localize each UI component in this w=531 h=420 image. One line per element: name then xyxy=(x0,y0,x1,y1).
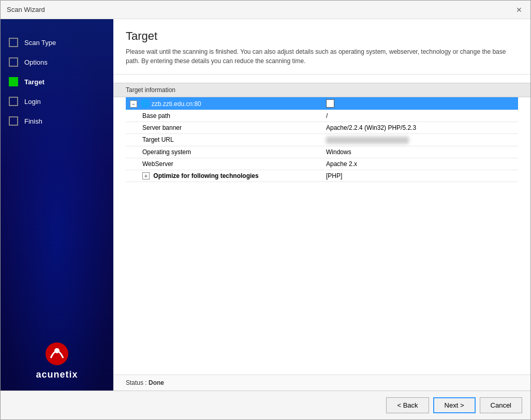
content-header: Target Please wait until the scanning is… xyxy=(113,19,530,74)
table-row-optimize[interactable]: + Optimize for following technologies [P… xyxy=(126,170,518,182)
sidebar-item-target[interactable]: Target xyxy=(1,72,113,92)
base-path-value: / xyxy=(322,110,518,122)
cancel-button[interactable]: Cancel xyxy=(480,397,522,413)
svg-point-1 xyxy=(54,348,60,353)
status-prefix: Status : xyxy=(126,379,149,386)
sidebar-step-label-options: Options xyxy=(24,58,48,66)
expand-button[interactable]: + xyxy=(142,172,150,179)
section-header: Target information xyxy=(113,83,530,97)
sidebar: Scan Type Options Target Login xyxy=(1,19,113,391)
target-info-table: − 🌐 zzb.zzti.edu.cn:80 ✔ Base path xyxy=(126,97,518,182)
table-row-target-url[interactable]: Target URL xyxy=(126,134,518,146)
next-button[interactable]: Next > xyxy=(433,397,476,413)
page-title: Target xyxy=(126,29,518,43)
main-content: Scan Type Options Target Login xyxy=(1,19,530,391)
scan-wizard-dialog: Scan Wizard ✕ Scan Type Options Ta xyxy=(0,0,531,420)
table-row-webserver[interactable]: WebServer Apache 2.x xyxy=(126,158,518,170)
sidebar-step-label-scan-type: Scan Type xyxy=(24,39,56,47)
sidebar-step-label-target: Target xyxy=(24,78,45,86)
host-cell: − 🌐 zzb.zzti.edu.cn:80 xyxy=(126,97,322,110)
target-url-value xyxy=(322,134,518,146)
sidebar-item-finish[interactable]: Finish xyxy=(1,111,113,131)
target-url-label: Target URL xyxy=(126,134,322,146)
step-checkbox-login xyxy=(9,97,18,106)
page-description: Please wait until the scanning is finish… xyxy=(126,47,518,66)
table-row-server-banner[interactable]: Server banner Apache/2.2.4 (Win32) PHP/5… xyxy=(126,122,518,134)
step-checkbox-finish xyxy=(9,116,18,126)
content-body: Target information − 🌐 zzb.zzti.edu.cn:8… xyxy=(113,74,530,374)
table-row-host[interactable]: − 🌐 zzb.zzti.edu.cn:80 ✔ xyxy=(126,97,518,110)
step-checkbox-scan-type xyxy=(9,38,18,47)
optimize-value: [PHP] xyxy=(322,170,518,182)
step-checkbox-target xyxy=(9,77,18,86)
sidebar-step-label-login: Login xyxy=(24,98,41,106)
host-value: zzb.zzti.edu.cn:80 xyxy=(152,100,201,108)
back-button[interactable]: < Back xyxy=(386,397,429,413)
content-panel: Target Please wait until the scanning is… xyxy=(113,19,530,391)
webserver-value: Apache 2.x xyxy=(322,158,518,170)
sidebar-step-label-finish: Finish xyxy=(24,117,42,125)
server-banner-label: Server banner xyxy=(126,122,322,134)
step-checkbox-options xyxy=(9,57,18,67)
status-value: Done xyxy=(149,379,164,386)
collapse-button[interactable]: − xyxy=(130,100,137,108)
sidebar-steps: Scan Type Options Target Login xyxy=(1,19,113,329)
os-value: Windows xyxy=(322,146,518,158)
blurred-url xyxy=(326,137,409,144)
os-label: Operating system xyxy=(126,146,322,158)
logo-text: acunetix xyxy=(36,369,78,380)
optimize-label: + Optimize for following technologies xyxy=(126,170,322,182)
optimize-label-text: Optimize for following technologies xyxy=(153,172,258,179)
close-button[interactable]: ✕ xyxy=(514,5,524,15)
status-bar: Status : Done xyxy=(113,374,530,391)
table-row-os[interactable]: Operating system Windows xyxy=(126,146,518,158)
sidebar-item-login[interactable]: Login xyxy=(1,92,113,111)
host-checkbox-cell: ✔ xyxy=(322,97,518,110)
acunetix-logo-icon xyxy=(41,339,72,365)
host-checkbox[interactable]: ✔ xyxy=(326,99,334,108)
sidebar-item-options[interactable]: Options xyxy=(1,52,113,72)
svg-point-0 xyxy=(46,342,68,365)
title-bar: Scan Wizard ✕ xyxy=(1,1,530,19)
window-title: Scan Wizard xyxy=(7,6,45,13)
sidebar-logo: acunetix xyxy=(1,329,113,391)
webserver-label: WebServer xyxy=(126,158,322,170)
footer: < Back Next > Cancel xyxy=(1,391,530,419)
server-banner-value: Apache/2.2.4 (Win32) PHP/5.2.3 xyxy=(322,122,518,134)
table-row-base-path[interactable]: Base path / xyxy=(126,110,518,122)
base-path-label: Base path xyxy=(126,110,322,122)
sidebar-item-scan-type[interactable]: Scan Type xyxy=(1,29,113,52)
globe-icon: 🌐 xyxy=(141,99,150,108)
